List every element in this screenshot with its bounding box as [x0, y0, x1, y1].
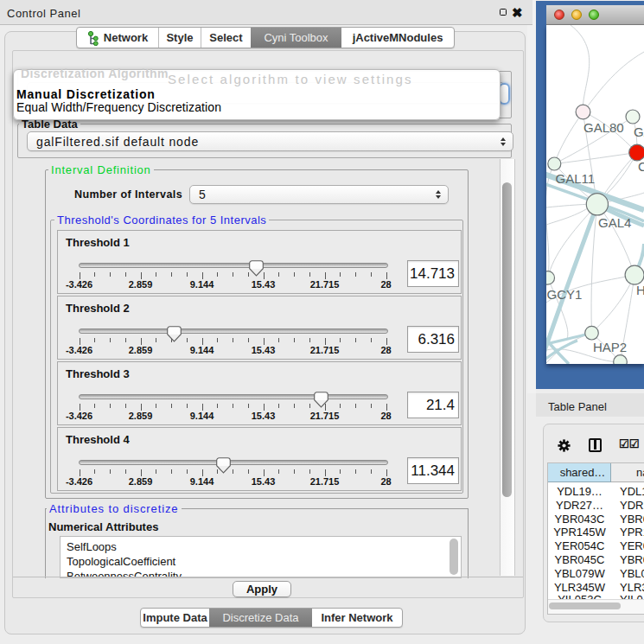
svg-text:HAP2: HAP2 — [593, 340, 627, 354]
svg-text:C: C — [638, 159, 644, 174]
svg-text:GAL80: GAL80 — [583, 120, 624, 135]
svg-text:H: H — [636, 283, 644, 297]
svg-text:GAL4: GAL4 — [598, 215, 631, 230]
svg-text:GA: GA — [634, 124, 644, 139]
svg-text:GAL11: GAL11 — [556, 171, 596, 186]
svg-text:GCY1: GCY1 — [547, 287, 583, 302]
